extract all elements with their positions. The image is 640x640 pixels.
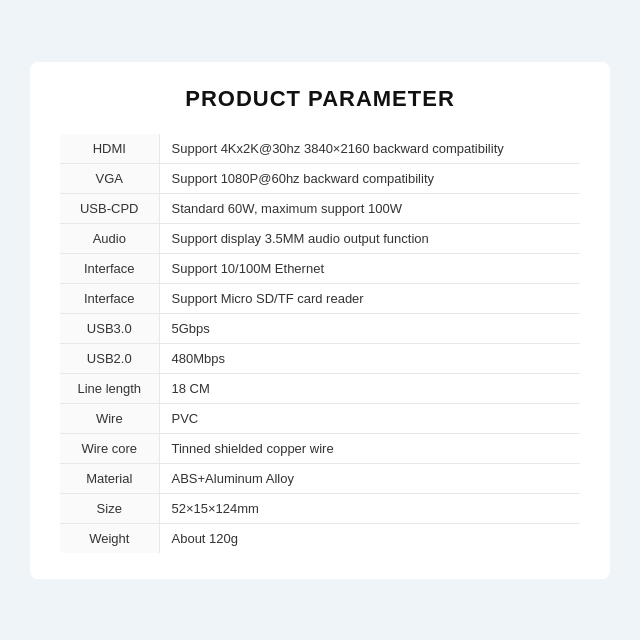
table-row: USB2.0480Mbps [59,343,581,373]
spec-value: 18 CM [159,373,581,403]
spec-label: Wire [59,403,159,433]
table-row: Line length18 CM [59,373,581,403]
spec-label: Weight [59,523,159,554]
table-row: AudioSupport display 3.5MM audio output … [59,223,581,253]
spec-label: USB-CPD [59,193,159,223]
table-row: WeightAbout 120g [59,523,581,554]
spec-label: USB3.0 [59,313,159,343]
spec-label: USB2.0 [59,343,159,373]
spec-value: Support 4Kx2K@30hz 3840×2160 backward co… [159,133,581,164]
spec-value: PVC [159,403,581,433]
spec-value: About 120g [159,523,581,554]
spec-label: Interface [59,283,159,313]
table-row: Size52×15×124mm [59,493,581,523]
spec-value: 52×15×124mm [159,493,581,523]
spec-value: Support Micro SD/TF card reader [159,283,581,313]
spec-value: Support 1080P@60hz backward compatibilit… [159,163,581,193]
spec-value: Support 10/100M Ethernet [159,253,581,283]
page-title: PRODUCT PARAMETER [58,86,582,112]
spec-value: Standard 60W, maximum support 100W [159,193,581,223]
table-row: InterfaceSupport 10/100M Ethernet [59,253,581,283]
table-row: HDMISupport 4Kx2K@30hz 3840×2160 backwar… [59,133,581,164]
spec-value: 5Gbps [159,313,581,343]
product-parameter-card: PRODUCT PARAMETER HDMISupport 4Kx2K@30hz… [30,62,610,579]
spec-table: HDMISupport 4Kx2K@30hz 3840×2160 backwar… [58,132,582,555]
spec-label: Audio [59,223,159,253]
spec-label: Wire core [59,433,159,463]
table-row: USB3.05Gbps [59,313,581,343]
spec-value: 480Mbps [159,343,581,373]
table-row: Wire coreTinned shielded copper wire [59,433,581,463]
spec-value: Support display 3.5MM audio output funct… [159,223,581,253]
table-row: MaterialABS+Aluminum Alloy [59,463,581,493]
spec-label: Interface [59,253,159,283]
spec-label: Line length [59,373,159,403]
spec-label: Size [59,493,159,523]
spec-label: HDMI [59,133,159,164]
table-row: Wire PVC [59,403,581,433]
spec-label: Material [59,463,159,493]
table-row: USB-CPDStandard 60W, maximum support 100… [59,193,581,223]
spec-value: Tinned shielded copper wire [159,433,581,463]
table-row: VGASupport 1080P@60hz backward compatibi… [59,163,581,193]
spec-label: VGA [59,163,159,193]
spec-value: ABS+Aluminum Alloy [159,463,581,493]
table-row: InterfaceSupport Micro SD/TF card reader [59,283,581,313]
